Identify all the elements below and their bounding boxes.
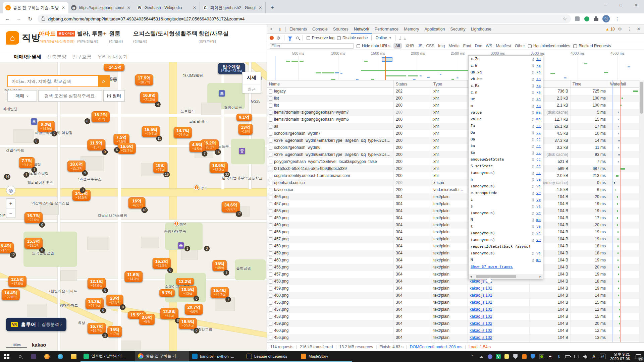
disable-cache-checkbox[interactable]: Disable cache (337, 36, 368, 40)
price-marker[interactable]: 9.7억 (159, 289, 175, 297)
stack-frame-link[interactable]: ka (536, 70, 541, 74)
export-har-icon[interactable]: ↓ (404, 36, 406, 40)
stack-frame-link[interactable]: ve (536, 224, 541, 229)
new-tab-button[interactable]: + (268, 3, 277, 12)
network-request-row[interactable]: schools?geohash=wydm6200xhr3.2 kB11 ms (267, 144, 639, 151)
stack-frame-link[interactable]: ve (536, 177, 541, 182)
price-marker[interactable]: 12.1억~16.6억0 (88, 278, 106, 289)
network-request-row[interactable]: 456.png304text/plainkakao.js:102104 B15 … (267, 299, 639, 306)
price-marker[interactable]: 15억~17억 (107, 326, 122, 337)
listing-count-badge[interactable]: 0 (34, 138, 39, 144)
pinned-app-firefox-icon[interactable] (40, 351, 54, 362)
market-price-widget[interactable]: 시세 최근 (242, 72, 261, 93)
price-marker[interactable]: 3.6억~5억 (139, 314, 155, 325)
price-marker[interactable]: 16억~42.8억49 (128, 197, 145, 208)
search-icon[interactable] (296, 37, 299, 39)
stack-frame-link[interactable]: sc (536, 171, 541, 175)
kakao-map[interactable]: 도곡동대치MS빌딩성영빌딩GS25노브랜드파리바게뜨청원아파트제일모직아울렛 역… (0, 62, 267, 351)
network-request-row[interactable]: 460.png304text/plainkakao.js:102104 B14 … (267, 292, 639, 299)
preserve-log-checkbox[interactable]: Preserve log (307, 36, 334, 40)
extension-icon[interactable] (574, 16, 580, 22)
price-marker[interactable]: 15.5억~19.7억11 (142, 126, 160, 137)
listing-count-badge[interactable]: 3 (204, 246, 210, 251)
start-button[interactable] (0, 351, 13, 362)
network-request-row[interactable]: 457.png304text/plainkakao.js:102104 B19 … (267, 200, 639, 207)
devtools-close-icon[interactable]: ✕ (634, 25, 643, 34)
price-marker[interactable]: 14.2억~21.1억0 (86, 298, 104, 309)
network-request-row[interactable]: 458.png304text/plainkakao.js:102104 B18 … (267, 278, 639, 285)
subnav-item[interactable]: 신축분양 (47, 54, 66, 63)
window-minimize-button[interactable]: ─ (598, 0, 613, 10)
price-marker[interactable]: 16.7억~16.7억2 (88, 323, 106, 334)
bluetooth-icon[interactable]: ᛒ (556, 354, 562, 359)
column-header-name[interactable]: Name (267, 80, 394, 87)
stack-frame-link[interactable]: cc (536, 157, 541, 162)
column-header-time[interactable]: Time (571, 80, 608, 87)
ime-han-icon[interactable]: 한 (600, 354, 605, 359)
network-request-row[interactable]: 459.png304text/plainkakao.js:102104 B20 … (267, 320, 639, 327)
network-request-row[interactable]: 460.png304text/plainkakao.js:102104 B19 … (267, 257, 639, 264)
blue-shield-icon[interactable] (530, 354, 536, 359)
network-request-row[interactable]: 459.png304text/plainkakao.js:102104 B18 … (267, 250, 639, 257)
stack-frame-link[interactable]: ve (536, 251, 541, 255)
address-bar[interactable]: zigbang.com/home/apt/map?latitude=37.493… (38, 14, 571, 23)
stack-frame-link[interactable]: ma (536, 117, 541, 121)
network-request-row[interactable]: 456.png304text/plainkakao.js:102104 B19 … (267, 229, 639, 236)
deal-type-dropdown[interactable]: 매매∨ (7, 90, 37, 102)
discord-icon[interactable] (487, 354, 493, 359)
nav-item[interactable]: 오피스텔/도시형생활주택(전/월세) (133, 30, 198, 44)
network-request-row[interactable]: 459.png304text/plainkakao.js:102104 B17 … (267, 215, 639, 222)
price-marker[interactable]: 4.5억~4.5억7 (189, 141, 205, 152)
initiator-link[interactable]: kakao.js:102 (470, 307, 492, 312)
stack-frame-link[interactable]: ka (536, 83, 541, 88)
nvidia-icon[interactable] (539, 354, 544, 359)
network-request-row[interactable]: v3?e=&geohash=wydm7&markerType=large&n=&… (267, 137, 639, 144)
network-request-row[interactable]: 457.png304text/plainkakao.js:102104 B19 … (267, 236, 639, 243)
search-input[interactable] (8, 79, 98, 84)
popup-scrollbar[interactable]: ◀▶ (469, 274, 543, 279)
listing-count-badge[interactable]: 0 (85, 118, 90, 124)
inspect-cursor-icon[interactable]: ⌖ (267, 25, 276, 34)
hidden-icons-chevron-icon[interactable]: ⌃ (470, 354, 475, 359)
price-marker[interactable]: 17.9억~28.7억 (135, 74, 153, 85)
network-request-row[interactable]: 459.png304text/plainkakao.js:102104 B19 … (267, 285, 639, 292)
network-filter-input[interactable] (270, 43, 354, 49)
zoom-in-button[interactable]: + (6, 199, 15, 208)
price-marker[interactable]: 15.3억~19.1억0 (24, 238, 43, 249)
initiator-link[interactable]: kakao.js:102 (470, 293, 492, 298)
search-icon[interactable]: ⌕ (98, 76, 109, 86)
network-request-row[interactable]: legacy202xhr736 B725 ms (267, 88, 639, 95)
blocked-requests-checkbox[interactable]: Blocked Requests (573, 44, 611, 48)
price-marker[interactable]: 16.9억~21.3억4 (140, 92, 158, 103)
stack-frame-link[interactable]: cc (536, 137, 541, 141)
v3-icon[interactable]: V (496, 354, 501, 359)
stack-frame-link[interactable]: ma (536, 110, 541, 115)
initiator-link[interactable]: kakao.js:102 (470, 286, 492, 291)
price-marker[interactable]: 34.6억~39.6억17 (222, 201, 240, 213)
reload-icon[interactable]: ↻ (26, 16, 34, 22)
stack-frame-link[interactable]: ve (536, 197, 541, 202)
profile-avatar[interactable]: 민 (602, 15, 610, 22)
network-request-row[interactable]: f21b3cc0-bf58-11ea-a8f5-9b9d9dbc5339202x… (267, 165, 639, 172)
initiator-link[interactable]: kakao.js:102 (470, 314, 492, 319)
price-marker[interactable]: 15.4억~44.7억7 (211, 287, 229, 298)
price-marker[interactable]: 12.5억~17.6억 (8, 276, 26, 287)
network-request-row[interactable]: openhand.cur.ico200x-icon(memory cache)0… (267, 179, 639, 186)
network-request-row[interactable]: list200xhr2.3 kB100 ms (267, 95, 639, 102)
price-marker[interactable]: 13.2억 (176, 278, 194, 285)
devtools-tab-sources[interactable]: Sources (330, 25, 351, 34)
pinned-app-dark-icon[interactable] (27, 351, 40, 362)
stack-frame-link[interactable]: cc (536, 130, 541, 135)
price-marker[interactable]: ~14.5억 (104, 64, 124, 71)
type-filter-css[interactable]: CSS (426, 44, 434, 48)
filter-button[interactable]: 필터 (103, 90, 125, 102)
network-request-row[interactable]: items?domain=zigbang&geohash=wydm7200xhr… (267, 109, 639, 116)
network-request-row[interactable]: 456.png304text/plainkakao.js:102104 B13 … (267, 334, 639, 341)
nav-item[interactable]: 원룸(전/월세) (109, 30, 123, 44)
stack-frame-link[interactable]: cc (536, 144, 541, 148)
price-marker[interactable]: 16.6억~23.7억 (118, 143, 136, 154)
filter-funnel-icon[interactable] (288, 37, 292, 39)
browser-tab[interactable]: WGeohash - Wikipedia✕ (134, 2, 200, 13)
price-marker[interactable]: 16.7억~22.6억0 (24, 212, 43, 223)
file-explorer-icon[interactable] (67, 351, 80, 362)
